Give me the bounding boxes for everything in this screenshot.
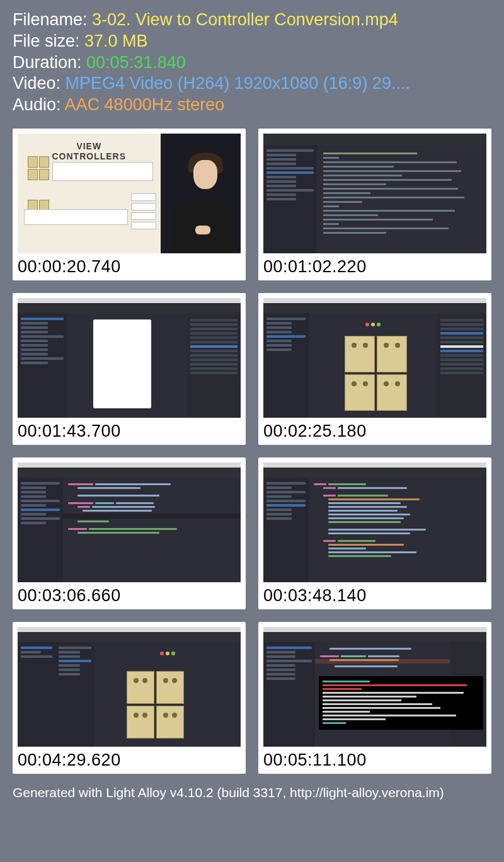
audio-label: Audio: [13, 95, 65, 114]
thumbnail-timestamp: 00:01:43.700 [18, 422, 241, 441]
video-label: Video: [13, 74, 66, 93]
footer-text: Generated with Light Alloy v4.10.2 (buil… [13, 785, 491, 800]
thumbnail-image [263, 627, 486, 747]
thumbnail-card: VIEW CONTROLLERS 00:00:20.740 [13, 129, 246, 280]
presenter [165, 151, 241, 253]
slide-title: VIEW CONTROLLERS [44, 141, 134, 161]
filename-value: 3-02. View to Controller Conversion.mp4 [92, 10, 398, 29]
duration-value: 00:05:31.840 [86, 53, 186, 72]
info-audio-row: Audio: AAC 48000Hz stereo [13, 95, 491, 116]
thumbnail-image: VIEW CONTROLLERS [18, 134, 241, 253]
file-info-block: Filename: 3-02. View to Controller Conve… [13, 9, 491, 116]
thumbnail-timestamp: 00:03:06.660 [18, 586, 241, 606]
thumbnail-timestamp: 00:02:25.180 [263, 422, 486, 441]
thumbnail-grid: VIEW CONTROLLERS 00:00:20.740 [13, 129, 491, 774]
info-duration-row: Duration: 00:05:31.840 [13, 52, 491, 74]
thumbnail-card: 00:04:29.620 [13, 622, 246, 774]
thumbnail-card: 00:01:43.700 [13, 293, 246, 445]
thumbnail-card: 00:05:11.100 [258, 622, 491, 774]
filesize-label: File size: [13, 32, 84, 50]
filename-label: Filename: [13, 10, 92, 29]
video-value: MPEG4 Video (H264) 1920x1080 (16:9) 29..… [66, 74, 410, 93]
thumbnail-timestamp: 00:01:02.220 [263, 257, 486, 277]
filesize-value: 37.0 MB [84, 32, 148, 50]
info-filesize-row: File size: 37.0 MB [13, 31, 491, 52]
info-filename-row: Filename: 3-02. View to Controller Conve… [13, 9, 491, 31]
thumbnail-image [18, 627, 241, 747]
thumbnail-image [18, 298, 241, 418]
info-video-row: Video: MPEG4 Video (H264) 1920x1080 (16:… [13, 73, 491, 95]
thumbnail-image [263, 134, 486, 253]
thumbnail-timestamp: 00:03:48.140 [263, 586, 486, 606]
thumbnail-card: 00:02:25.180 [258, 293, 491, 445]
duration-label: Duration: [13, 53, 86, 72]
thumbnail-image [18, 463, 241, 582]
thumbnail-timestamp: 00:05:11.100 [263, 750, 486, 770]
audio-value: AAC 48000Hz stereo [65, 95, 225, 114]
thumbnail-timestamp: 00:04:29.620 [18, 750, 241, 770]
thumbnail-timestamp: 00:00:20.740 [18, 257, 241, 277]
thumbnail-image [263, 463, 486, 582]
thumbnail-card: 00:03:06.660 [13, 457, 246, 609]
thumbnail-card: 00:03:48.140 [258, 457, 491, 609]
thumbnail-image [263, 298, 486, 418]
thumbnail-card: 00:01:02.220 [258, 129, 491, 280]
